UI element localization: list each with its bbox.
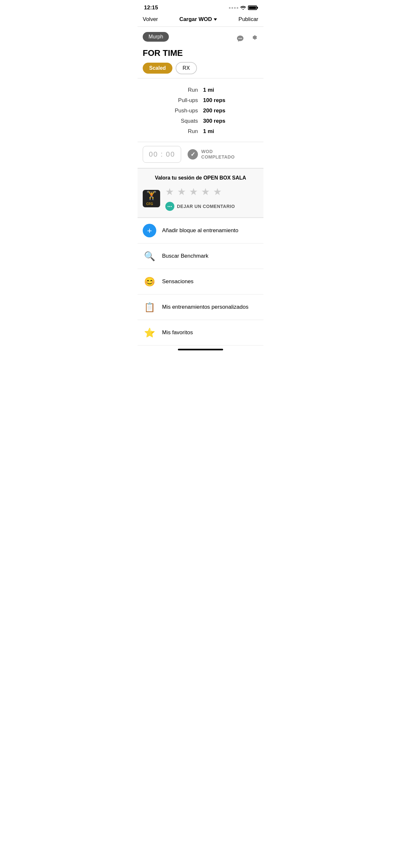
menu-item-icon-favoritos: ⭐ — [143, 326, 156, 339]
wod-completed[interactable]: WODCOMPLETADO — [188, 149, 235, 160]
comment-text: DEJAR UN COMENTARIO — [177, 204, 235, 209]
menu-item-icon-search-benchmark: 🔍 — [143, 249, 156, 263]
menu-item-add-block[interactable]: + Añadir bloque al entrenamiento — [137, 218, 264, 244]
gym-logo-text: CFG — [146, 202, 153, 206]
gym-logo: 🏋️ CFG — [143, 190, 160, 207]
nav-title-text: Cargar WOD — [179, 16, 212, 23]
exercise-row: Pull-ups 100 reps — [150, 95, 251, 105]
status-time: 12:15 — [144, 4, 158, 11]
exercise-row: Run 1 mi — [150, 85, 251, 95]
menu-item-label-search-benchmark: Buscar Benchmark — [162, 253, 209, 259]
rating-title: Valora tu sesión de OPEN BOX SALA — [143, 175, 258, 181]
exercise-name: Squats — [150, 118, 198, 124]
status-bar: 12:15 — [137, 0, 264, 13]
wod-completed-text: WODCOMPLETADO — [201, 149, 235, 160]
star-3[interactable]: ★ — [189, 186, 198, 197]
signal-icon — [229, 7, 238, 9]
menu-item-search-benchmark[interactable]: 🔍 Buscar Benchmark — [137, 244, 264, 269]
rating-right: ★ ★ ★ ★ ★ ••• DEJAR UN COMENTARIO — [165, 186, 258, 211]
workout-header: Murph — [137, 27, 264, 47]
comment-dots-icon: ••• — [167, 205, 173, 208]
menu-item-label-add-block: Añadir bloque al entrenamiento — [162, 227, 238, 234]
star-2[interactable]: ★ — [177, 186, 186, 197]
home-indicator — [137, 345, 264, 352]
svg-point-0 — [239, 38, 240, 39]
nav-title[interactable]: Cargar WOD — [179, 16, 217, 23]
wifi-icon — [240, 5, 246, 11]
check-circle-icon — [188, 149, 198, 159]
rx-mode-button[interactable]: RX — [176, 62, 197, 74]
exercise-value: 300 reps — [198, 118, 251, 124]
scaled-mode-button[interactable]: Scaled — [143, 63, 173, 73]
menu-item-icon-personalizados: 📋 — [143, 300, 156, 314]
exercise-name: Run — [150, 87, 198, 93]
svg-point-1 — [240, 38, 241, 39]
battery-icon — [248, 5, 257, 10]
gear-icon[interactable] — [250, 33, 258, 43]
menu-item-label-personalizados: Mis entrenamientos personalizados — [162, 304, 248, 310]
status-icons — [229, 5, 257, 11]
menu-item-personalizados[interactable]: 📋 Mis entrenamientos personalizados — [137, 294, 264, 320]
chevron-down-icon — [214, 19, 217, 21]
workout-modes: Scaled RX — [143, 62, 258, 74]
menu-item-label-favoritos: Mis favoritos — [162, 330, 193, 336]
svg-point-2 — [241, 38, 242, 39]
exercise-row: Squats 300 reps — [150, 116, 251, 126]
exercise-value: 1 mi — [198, 128, 251, 135]
menu-item-sensaciones[interactable]: 😊 Sensaciones — [137, 269, 264, 294]
workout-header-icons — [236, 33, 258, 43]
workout-type: FOR TIME Scaled RX — [137, 47, 264, 78]
exercise-value: 100 reps — [198, 97, 251, 104]
nav-bar: Volver Cargar WOD Publicar — [137, 13, 264, 27]
exercise-name: Run — [150, 128, 198, 135]
menu-item-icon-add-block: + — [143, 224, 156, 237]
workout-tag: Murph — [143, 32, 169, 42]
back-button[interactable]: Volver — [143, 16, 158, 23]
exercise-row: Run 1 mi — [150, 126, 251, 136]
star-5[interactable]: ★ — [213, 186, 222, 197]
chat-icon[interactable] — [236, 34, 245, 42]
exercise-value: 200 reps — [198, 107, 251, 114]
timer-section: 00 : 00 WODCOMPLETADO — [137, 142, 264, 168]
menu-item-icon-sensaciones: 😊 — [143, 275, 156, 288]
home-bar — [178, 349, 223, 350]
workout-exercises: Run 1 mi Pull-ups 100 reps Push-ups 200 … — [137, 79, 264, 142]
star-1[interactable]: ★ — [165, 186, 174, 197]
publish-button[interactable]: Publicar — [239, 16, 258, 23]
star-4[interactable]: ★ — [201, 186, 210, 197]
comment-button[interactable]: ••• DEJAR UN COMENTARIO — [165, 202, 258, 211]
exercise-value: 1 mi — [198, 87, 251, 93]
menu-item-label-sensaciones: Sensaciones — [162, 278, 193, 285]
workout-type-title: FOR TIME — [143, 48, 258, 58]
comment-icon: ••• — [165, 202, 174, 211]
stars-row[interactable]: ★ ★ ★ ★ ★ — [165, 186, 258, 197]
exercise-name: Pull-ups — [150, 97, 198, 104]
menu-item-favoritos[interactable]: ⭐ Mis favoritos — [137, 320, 264, 345]
rating-content: 🏋️ CFG ★ ★ ★ ★ ★ ••• DEJAR UN COMENTARIO — [143, 186, 258, 211]
exercise-row: Push-ups 200 reps — [150, 105, 251, 116]
rating-section: Valora tu sesión de OPEN BOX SALA 🏋️ CFG… — [137, 168, 264, 218]
menu-items: + Añadir bloque al entrenamiento 🔍 Busca… — [137, 218, 264, 345]
exercise-name: Push-ups — [150, 107, 198, 114]
timer-display[interactable]: 00 : 00 — [143, 146, 181, 163]
